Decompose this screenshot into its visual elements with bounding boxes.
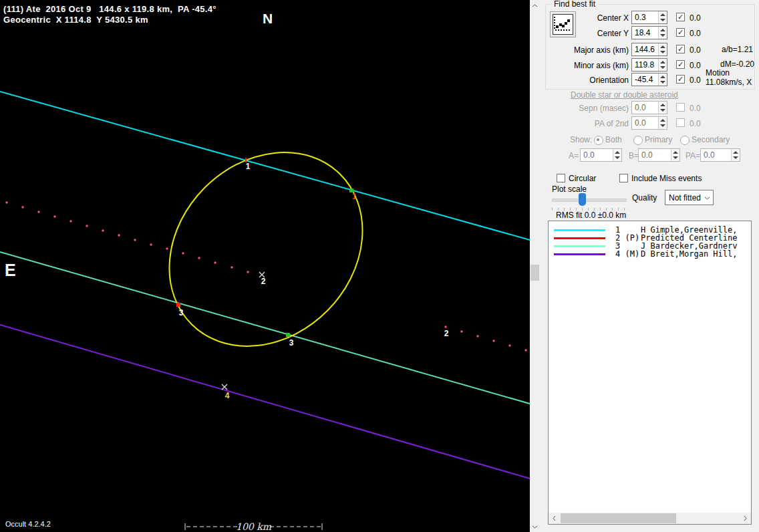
center-y-input[interactable]: 18.4	[631, 26, 667, 39]
pa-input[interactable]: 0.0	[700, 148, 740, 162]
quality-dropdown[interactable]: Not fitted	[665, 190, 714, 205]
centerline-dot	[247, 271, 249, 273]
list-item[interactable]: 4 (M) D Breit,Morgan Hill,	[549, 250, 751, 258]
spinner-down-icon	[660, 66, 665, 69]
chevron-down-icon	[532, 525, 538, 529]
center-x-spinner[interactable]	[658, 11, 667, 23]
station-label-2: 2	[444, 329, 449, 338]
center-y-value[interactable]: 18.4	[635, 28, 650, 37]
north-direction-label: N	[263, 11, 273, 27]
list-horizontal-scrollbar[interactable]	[549, 513, 751, 524]
centerline-dot	[134, 239, 136, 241]
separation-error-checkbox[interactable]	[676, 103, 685, 112]
radio-primary[interactable]	[633, 136, 643, 145]
scroll-right-button[interactable]	[740, 513, 751, 524]
show-label: Show:	[570, 135, 592, 144]
separation-input[interactable]: 0.0	[631, 101, 667, 114]
orientation-value[interactable]: -45.4	[635, 75, 653, 84]
orientation-input[interactable]: -45.4	[631, 73, 667, 86]
centerline-dot	[118, 234, 120, 236]
minor-axis-error-checkbox[interactable]: ✓	[676, 60, 685, 69]
occultation-plot[interactable]: 1122334100 km (111) Ate 2016 Oct 9 144.6…	[0, 0, 530, 532]
chevron-up-icon	[532, 4, 538, 7]
vertical-scrollbar-thumb[interactable]	[530, 265, 539, 281]
spinner-up-icon	[660, 29, 665, 31]
pa-2nd-input[interactable]: 0.0	[631, 116, 667, 130]
centerline-dot	[86, 225, 88, 227]
chord-color-swatch	[554, 229, 605, 231]
chord-color-swatch	[554, 237, 605, 239]
centerline-dot	[214, 261, 216, 263]
spinner-up-icon	[660, 45, 665, 48]
center-y-spinner[interactable]	[658, 27, 667, 39]
horizontal-scrollbar-thumb[interactable]	[561, 513, 676, 523]
station-label-2: 2	[261, 277, 266, 286]
a-spinner[interactable]	[613, 149, 621, 161]
a-label: A=	[569, 151, 579, 160]
pa-spinner[interactable]	[731, 149, 740, 161]
center-y-label: Center Y	[567, 29, 629, 38]
center-y-error-value: 0.0	[690, 29, 701, 38]
separation-spinner[interactable]	[658, 102, 667, 114]
pa-2nd-error-checkbox[interactable]	[676, 118, 685, 127]
major-axis-value[interactable]: 144.6	[635, 45, 655, 54]
spinner-down-icon	[660, 124, 665, 127]
pa-value[interactable]: 0.0	[704, 150, 715, 160]
major-axis-spinner[interactable]	[658, 43, 667, 55]
centerline-dot	[5, 201, 7, 203]
minor-axis-value[interactable]: 119.8	[635, 60, 654, 70]
radio-secondary[interactable]	[680, 136, 690, 145]
include-miss-checkbox[interactable]	[619, 174, 628, 182]
spinner-up-icon	[615, 151, 620, 154]
occult-window: 1122334100 km (111) Ate 2016 Oct 9 144.6…	[0, 0, 759, 532]
pa-2nd-error-value: 0.0	[690, 119, 701, 128]
scroll-up-button[interactable]	[530, 0, 540, 11]
minor-axis-input[interactable]: 119.8	[631, 58, 667, 72]
b-input[interactable]: 0.0	[638, 148, 680, 162]
quality-label: Quality	[632, 193, 657, 203]
b-spinner[interactable]	[671, 149, 679, 161]
plot-vertical-scrollbar[interactable]	[530, 0, 540, 532]
plot-scale-slider-thumb[interactable]	[579, 193, 586, 206]
center-y-error-checkbox[interactable]: ✓	[676, 28, 685, 37]
major-axis-input[interactable]: 144.6	[631, 43, 667, 56]
spinner-down-icon	[660, 109, 665, 112]
center-x-value[interactable]: 0.3	[635, 13, 646, 22]
a-input[interactable]: 0.0	[580, 148, 622, 162]
orientation-spinner[interactable]	[658, 74, 667, 86]
radio-both[interactable]	[594, 136, 603, 145]
pa-2nd-value[interactable]: 0.0	[635, 118, 646, 128]
centerline-dot	[150, 243, 152, 245]
b-value[interactable]: 0.0	[641, 150, 653, 160]
center-x-input[interactable]: 0.3	[631, 11, 667, 24]
chevron-left-icon	[553, 515, 556, 521]
chord-3-line	[0, 252, 530, 404]
centerline-dot	[21, 206, 23, 208]
plot-scale-slider-track[interactable]	[552, 198, 627, 202]
minor-axis-spinner[interactable]	[658, 59, 667, 71]
observer-list[interactable]: 1 H Gimple,Greenville, 2 (P) Predicted C…	[548, 221, 752, 525]
a-value[interactable]: 0.0	[583, 150, 595, 160]
station-label-3: 3	[289, 338, 294, 348]
major-axis-error-checkbox[interactable]: ✓	[676, 45, 685, 53]
station-number: 4 (M)	[615, 250, 639, 258]
spinner-down-icon	[733, 156, 738, 159]
scroll-down-button[interactable]	[530, 521, 540, 532]
pa-2nd-spinner[interactable]	[658, 117, 667, 129]
orientation-error-checkbox[interactable]: ✓	[676, 75, 685, 84]
center-x-error-checkbox[interactable]: ✓	[676, 13, 685, 21]
radio-both-label: Both	[605, 135, 622, 144]
motion-label: Motion	[706, 68, 730, 78]
separation-value[interactable]: 0.0	[635, 103, 646, 112]
separation-error-value: 0.0	[690, 104, 701, 113]
centerline-dot	[182, 252, 184, 254]
chevron-right-icon	[744, 515, 747, 521]
spinner-down-icon	[660, 34, 665, 37]
scroll-left-button[interactable]	[549, 513, 560, 524]
circular-checkbox[interactable]	[557, 174, 565, 182]
radio-secondary-label: Secondary	[692, 135, 730, 144]
orientation-label: Orientation	[553, 76, 629, 85]
spinner-up-icon	[660, 104, 665, 106]
centerline-dot	[524, 349, 526, 351]
radio-primary-label: Primary	[645, 135, 672, 144]
